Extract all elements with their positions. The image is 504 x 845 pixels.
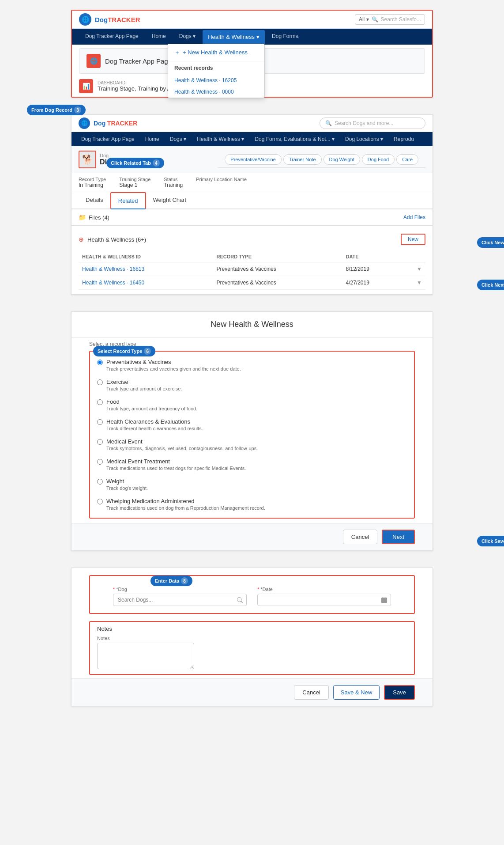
hw-record-dropdown-2[interactable]: ▼ [402, 276, 425, 290]
hw-record-link-1[interactable]: Health & Wellness · 16813 [82, 266, 144, 272]
dog-location: Primary Location Name [196, 177, 247, 188]
annotation-bubble-4: Click Related Tab 4 [106, 158, 164, 168]
col-hw-id: HEALTH & WELLNESS ID [79, 251, 213, 262]
tab-details[interactable]: Details [79, 192, 110, 209]
hw-record-link-2[interactable]: Health & Wellness · 16450 [82, 280, 144, 286]
dog-search-input[interactable] [113, 594, 247, 606]
quick-tab-food[interactable]: Dog Food [362, 154, 395, 165]
quick-tab-trainer[interactable]: Trainer Note [283, 154, 322, 165]
hw-table: HEALTH & WELLNESS ID RECORD TYPE DATE He… [79, 251, 425, 290]
hw-tab-1[interactable]: Health & Wellness ▾ [203, 30, 265, 44]
annotation-bubble-5: Click New 5 [477, 237, 504, 248]
section4-panel: * *Dog * *Date Notes Notes Cancel Save [71, 568, 433, 706]
annotation-bubble-3: From Dog Record 3 [27, 105, 86, 115]
dog-record-type: Record Type In Training [79, 177, 106, 188]
col-date: DATE [342, 251, 402, 262]
hw-record-dropdown-1[interactable]: ▼ [402, 262, 425, 276]
radio-desc-whelping: Track medications used on dog from a Rep… [106, 505, 265, 511]
nav-tab-app-page-1[interactable]: Dog Tracker App Page [79, 29, 145, 45]
tab-weight-chart[interactable]: Weight Chart [146, 192, 194, 209]
nav-tab2-locations[interactable]: Dog Locations ▾ [340, 132, 388, 146]
nav-tab-forms-1[interactable]: Dog Forms, [266, 29, 306, 45]
table-row: Health & Wellness · 16813 Preventatives … [79, 262, 425, 276]
nav-tab2-dogs[interactable]: Dogs ▾ [165, 132, 192, 146]
form4-actions: Cancel Save & New Save [71, 678, 433, 706]
radio-label-weight: Weight [106, 478, 148, 485]
logo-area-1: 🌐 Dog TRACKER [79, 13, 140, 26]
nav-bar-top-1: 🌐 Dog TRACKER All ▾ 🔍 Search Salesfo... [72, 11, 432, 29]
radio-option-medical-event: Medical Event Track symptoms, diagnosis,… [97, 435, 407, 455]
main-tabs-row: Details Related Weight Chart [71, 192, 433, 209]
search-label-1: All ▾ [359, 16, 369, 23]
annotation-bubble-6: Select Record Type 6 [93, 346, 155, 356]
recent-record-2[interactable]: Health & Wellness · 0000 [168, 86, 264, 98]
annotation-bubble-9: Click Save 9 [477, 536, 504, 546]
annotation-num-4: 4 [153, 159, 160, 167]
hw-tab-wrapper: Health & Wellness ▾ ＋ + New Health & Wel… [203, 30, 265, 44]
nav-tabs-1: Dog Tracker App Page Home Dogs ▾ Health … [72, 29, 432, 45]
radio-label-medical-event: Medical Event [106, 438, 258, 445]
search-icon-1: 🔍 [372, 16, 378, 23]
nav-tab2-repro[interactable]: Reprodu [388, 132, 419, 146]
radio-medical-event[interactable] [97, 439, 103, 445]
col-record-type: RECORD TYPE [213, 251, 342, 262]
radio-clearances[interactable] [97, 419, 103, 425]
quick-tab-vaccine[interactable]: Preventative/Vaccine [225, 154, 282, 165]
add-files-link[interactable]: Add Files [403, 214, 425, 220]
radio-food[interactable] [97, 399, 103, 405]
cancel-button-4[interactable]: Cancel [294, 685, 328, 700]
nav-tab2-home[interactable]: Home [140, 132, 165, 146]
radio-desc-medical-event: Track symptoms, diagnosis, vet used, con… [106, 446, 258, 451]
nav-tab2-forms[interactable]: Dog Forms, Evaluations & Not... ▾ [249, 132, 340, 146]
radio-label-preventatives: Preventatives & Vaccines [106, 359, 241, 365]
annotation-label-5: Click New [481, 240, 504, 245]
notes-section: Notes Notes [89, 621, 415, 675]
hw-record-date-1: 8/12/2019 [342, 262, 402, 276]
tab-related[interactable]: Related [110, 192, 146, 209]
files-section: 📁 Files (4) Add Files [71, 209, 433, 226]
save-new-button[interactable]: Save & New [333, 685, 380, 700]
nav-tab2-app[interactable]: Dog Tracker App Page [76, 132, 140, 146]
logo-area-2: 🌐 Dog TRACKER [79, 117, 137, 129]
save-button[interactable]: Save [384, 685, 415, 700]
dog-avatar: 🐕 [79, 151, 96, 168]
search-placeholder-2: Search Dogs and more... [335, 120, 393, 126]
plus-icon: ＋ [174, 49, 180, 57]
nav-bar-top-2: 🌐 Dog TRACKER 🔍 Search Dogs and more... [71, 115, 433, 132]
section1-panel: 🌐 Dog TRACKER All ▾ 🔍 Search Salesfo... … [71, 10, 433, 98]
notes-textarea[interactable] [97, 643, 194, 669]
annotation-label-9: Click Save [481, 538, 504, 544]
quick-tab-care[interactable]: Care [396, 154, 418, 165]
quick-tab-weight[interactable]: Dog Weight [323, 154, 360, 165]
hw-dropdown: ＋ + New Health & Wellness Recent records… [168, 44, 265, 98]
hw-title: ⊕ Health & Wellness (6+) [79, 236, 146, 243]
radio-option-food: Food Track type, amount and frequency of… [97, 395, 407, 415]
search-bar-top-1[interactable]: All ▾ 🔍 Search Salesfo... [355, 14, 425, 25]
nav-tab-home-1[interactable]: Home [146, 29, 172, 45]
app-icon: 🌐 [87, 54, 101, 68]
radio-desc-clearances: Track different health clearances and re… [106, 426, 203, 431]
radio-weight[interactable] [97, 479, 103, 485]
radio-medical-treatment[interactable] [97, 459, 103, 465]
radio-whelping[interactable] [97, 499, 103, 504]
search-bar-2[interactable]: 🔍 Search Dogs and more... [320, 117, 425, 129]
app-page-label: Dog Tracker App Page [105, 57, 172, 65]
radio-desc-medical-treatment: Track medications used to treat dogs for… [106, 466, 246, 471]
radio-desc-weight: Track dog's weight. [106, 485, 148, 491]
nav-tab-dogs-1[interactable]: Dogs ▾ [173, 29, 202, 45]
next-button[interactable]: Next [382, 530, 415, 544]
cancel-button-3[interactable]: Cancel [343, 530, 377, 544]
files-label: 📁 Files (4) [79, 214, 109, 221]
date-input[interactable] [257, 594, 391, 606]
dashboard-icon: 📊 [79, 79, 93, 93]
quick-tabs: Preventative/Vaccine Trainer Note Dog We… [218, 152, 425, 168]
nav-tab2-hw[interactable]: Health & Wellness ▾ [192, 132, 249, 146]
hw-new-button[interactable]: New [401, 234, 425, 245]
new-hw-item[interactable]: ＋ + New Health & Wellness [168, 44, 264, 61]
radio-preventatives[interactable] [97, 360, 103, 365]
radio-option-clearances: Health Clearances & Evaluations Track di… [97, 415, 407, 435]
hw-section: ⊕ Health & Wellness (6+) New HEALTH & WE… [71, 226, 433, 294]
radio-exercise[interactable] [97, 379, 103, 385]
hw-icon: ⊕ [79, 236, 84, 243]
recent-record-1[interactable]: Health & Wellness · 16205 [168, 75, 264, 86]
